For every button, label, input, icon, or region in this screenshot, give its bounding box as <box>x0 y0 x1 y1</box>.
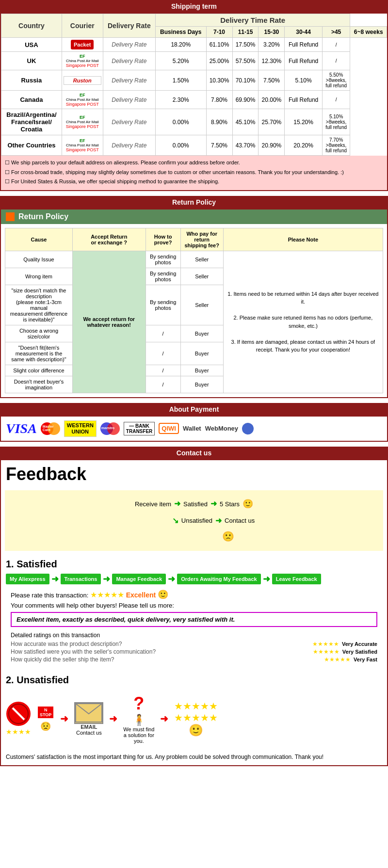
unsatisfied-arrow1: ➜ <box>60 713 68 724</box>
cause-cell: "Doesn't fit(item's measurement is the s… <box>5 342 73 365</box>
v4-cell: 20.00% <box>259 91 285 109</box>
how-cell: / <box>146 342 180 365</box>
col-courier: Courier <box>62 14 103 38</box>
v6-cell: 7.70% >8weeks, full refund <box>322 135 350 156</box>
step-btn-0[interactable]: My Aliexpress <box>6 574 49 584</box>
v1-cell: 1.50% <box>156 70 207 91</box>
feedback-flow-box: Receive item ➜ Satisfied ➜ 5 Stars 🙂 ↘ U… <box>5 490 383 551</box>
satisfied-label: Satisfied <box>183 498 208 510</box>
shipping-row: Russia Ruston Delivery Rate 1.50% 10.30%… <box>1 70 387 91</box>
who-cell: Buyer <box>180 342 223 365</box>
rating-label: How satisfied were you with the seller's… <box>11 648 310 655</box>
v4-cell: 12.30% <box>259 52 285 70</box>
satisfied-section: 1. Satisfied My Aliexpress➜Transactions➜… <box>1 555 387 672</box>
detailed-ratings: Detailed ratings on this transaction How… <box>6 630 382 668</box>
shipping-table: Country Courier Delivery Rate Delivery T… <box>1 14 387 156</box>
v5-cell: Full Refund <box>285 91 322 109</box>
col-30-44: 30-44 <box>285 27 322 38</box>
shipping-note: ☐ For cross-broad trade, shipping may sl… <box>5 168 383 177</box>
payment-title: About Payment <box>169 405 219 413</box>
country-cell: Brazil/Argentina/ France/Israel/ Croatia <box>1 109 62 135</box>
col-15-30: 15-30 <box>259 27 285 38</box>
stars-result-block: ★★★★★★★★★★ 🙂 <box>174 700 218 737</box>
rate-label-cell: Delivery Rate <box>103 91 155 109</box>
country-cell: Canada <box>1 91 62 109</box>
v4-cell: 20.90% <box>259 135 285 156</box>
rate-line1: Please rate this transaction: ★★★★★ Exce… <box>6 589 382 600</box>
rate-label-cell: Delivery Rate <box>103 52 155 70</box>
rate-label-cell: Delivery Rate <box>103 70 155 91</box>
arrow1-icon: ➜ <box>174 497 180 511</box>
v2-cell: 25.00% <box>206 52 232 70</box>
shipping-row: Canada EFChina Post Air MailSingapore PO… <box>1 91 387 109</box>
unsatisfied-arrow3: ➜ <box>160 713 168 724</box>
excellent-label: Excellent <box>126 591 156 599</box>
v4-cell: 3.20% <box>259 38 285 52</box>
must-find-label: We must find a solution for you. <box>123 726 154 744</box>
v2-cell: 61.10% <box>206 38 232 52</box>
return-icon <box>6 212 15 221</box>
rating-stars: ★★★★★ <box>313 648 340 655</box>
note-cell: 1. Items need to be returned within 14 d… <box>223 251 383 393</box>
return-title: Return Policy <box>18 212 68 221</box>
step-btn-1[interactable]: Transactions <box>61 574 101 584</box>
rating-row-0: How accurate was the product description… <box>11 641 377 647</box>
th-who: Who pay for return shipping fee? <box>180 228 223 251</box>
cause-cell: Doesn't meet buyer's imagination <box>5 376 73 393</box>
who-cell: Seller <box>180 285 223 325</box>
v2-cell: 10.30% <box>206 70 232 91</box>
col-68weeks: 6~8 weeks <box>350 27 387 38</box>
step-arrow-2: ➜ <box>168 574 175 584</box>
col-45: >45 <box>322 27 350 38</box>
step-flow: My Aliexpress➜Transactions➜Manage Feedba… <box>6 574 382 584</box>
step-btn-3[interactable]: Orders Awaiting My Feedback <box>177 574 261 584</box>
col-7-10: 7-10 <box>206 27 232 38</box>
cause-cell: Quality Issue <box>5 251 73 268</box>
return-table: Cause Accept Return or exchange ? How to… <box>5 228 383 393</box>
unsatisfied-label: Unsatisfied <box>181 515 212 526</box>
cause-cell: Choose a wrong size/color <box>5 325 73 342</box>
shipping-row: USA Packet Delivery Rate 18.20% 61.10% 1… <box>1 38 387 52</box>
v2-cell: 7.50% <box>206 135 232 156</box>
customers-note: Customers' satisfaction is the most impo… <box>1 749 387 765</box>
v1-cell: 0.00% <box>156 135 207 156</box>
no-stars: ★★★★ <box>6 728 31 736</box>
arrow2-icon: ➜ <box>210 497 217 511</box>
webmoney-logo: WebMoney <box>205 425 238 432</box>
th-accept: Accept Return or exchange ? <box>72 228 146 251</box>
v4-cell: 25.70% <box>259 109 285 135</box>
step-btn-4[interactable]: Leave Feedback <box>272 574 321 584</box>
arrow4-icon: ➜ <box>215 514 222 528</box>
v5-cell: Full Refund <box>285 52 322 70</box>
country-cell: Russia <box>1 70 62 91</box>
courier-cell: Ruston <box>62 70 103 91</box>
cause-cell: "size doesn't match the description (ple… <box>5 285 73 325</box>
unsatisfied-arrow2: ➜ <box>109 713 117 724</box>
step-arrow-0: ➜ <box>51 574 59 584</box>
v1-cell: 5.20% <box>156 52 207 70</box>
v3-cell: 43.70% <box>232 135 259 156</box>
v2-cell: 7.80% <box>206 91 232 109</box>
v5-cell: 5.10% <box>285 70 322 91</box>
v2-cell: 8.90% <box>206 109 232 135</box>
sample-comment: Excellent item, exactly as described, qu… <box>11 612 377 627</box>
rating-row-1: How satisfied were you with the seller's… <box>11 648 377 655</box>
unsatisfied-flow: ★★★★ NSTOP 😟 ➜ EMAIL Contact us ➜ ? 🧍 We… <box>1 689 387 749</box>
satisfied-title: 1. Satisfied <box>6 559 382 570</box>
th-note: Please Note <box>223 228 383 251</box>
comment-prompt: Your comments will help other buyers! Pl… <box>11 602 174 609</box>
happy-big-emoji: 🙂 <box>189 723 203 737</box>
v3-cell: 17.50% <box>232 38 259 52</box>
sad-emoji: 😟 <box>40 721 51 732</box>
step-btn-2[interactable]: Manage Feedback <box>112 574 166 584</box>
v6-cell: / <box>322 38 350 52</box>
step-arrow-3: ➜ <box>263 574 270 584</box>
receive-item-label: Receive item <box>135 498 171 510</box>
how-cell: / <box>146 376 180 393</box>
shipping-header: Shipping term <box>0 0 388 13</box>
return-title-bar: Return Policy <box>1 209 387 224</box>
how-cell: By sending photos <box>146 285 180 325</box>
email-block: EMAIL Contact us <box>74 702 103 736</box>
v4-cell: 7.50% <box>259 70 285 91</box>
v6-cell: 5.50% >8weeks, full refund <box>322 70 350 91</box>
